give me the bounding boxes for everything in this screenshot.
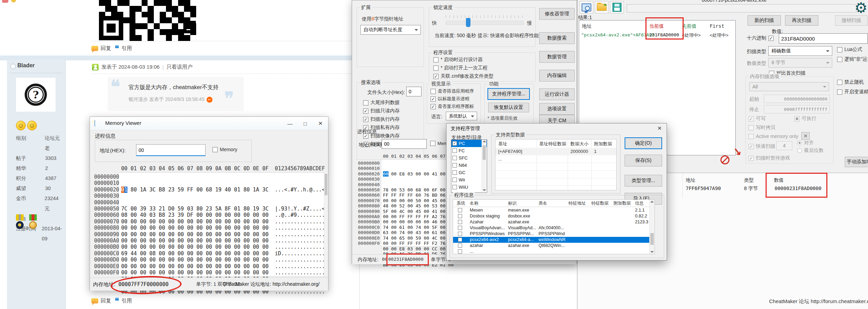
program-checkbox[interactable] [458, 208, 462, 212]
settings-checkbox[interactable]: 扫描执行内存 [361, 115, 400, 123]
settings-checkbox[interactable]: 关联.cmf修改器文件类型 [433, 72, 493, 80]
scan-option-checkbox[interactable]: 禁止随机 [837, 79, 864, 85]
settings-action-button[interactable]: 数据搜索 [539, 32, 575, 44]
speed-slider[interactable] [446, 21, 524, 25]
scan-type-select[interactable]: 精确数值 [768, 46, 832, 56]
dialog-titlebar[interactable]: 支持程序管理 ✕ [446, 123, 667, 133]
program-checkbox[interactable] [458, 238, 462, 242]
reply-button-bottom[interactable]: 回复 [91, 298, 111, 304]
next-scan-button[interactable]: 再次扫描 [785, 15, 818, 26]
active-memory-checkbox[interactable]: Active memory only [749, 134, 798, 139]
process-address-input[interactable]: 00 [382, 139, 427, 149]
settings-checkbox[interactable]: 以标题显示进程 [431, 95, 474, 103]
align-radio[interactable]: 对齐 [797, 140, 814, 146]
dialog-close-icon[interactable]: ✕ [657, 125, 662, 131]
stop-address-input[interactable]: 00007fffffffffff [764, 105, 830, 113]
restore-defaults-button[interactable]: 恢复默认设置 [488, 103, 529, 112]
close-button[interactable]: ✕ [313, 117, 328, 130]
manual-add-address-button[interactable]: 手动添加地址 [845, 157, 868, 167]
select-process-button[interactable] [579, 1, 593, 14]
programs-scrollbar[interactable] [649, 200, 654, 254]
value-type-select[interactable]: 8 字节 [768, 58, 832, 68]
save-file-button[interactable] [610, 1, 624, 14]
start-address-input[interactable]: 0000000000000000 [764, 95, 830, 103]
hex-checkbox[interactable]: 十六进制 [747, 35, 774, 41]
program-row[interactable]: pcsx2x64-avx2 pcsx2x64-a... wxWindowNR [453, 237, 650, 243]
pause-game-checkbox[interactable]: 扫描时暂停游戏 [749, 155, 790, 161]
settings-action-button[interactable]: 选项设置 [539, 103, 575, 115]
programs-group: 程序信息 系统 名称 标识 类名 特征地址 特征数据 附加数据 信息 Mesen… [450, 195, 664, 258]
type-data-table[interactable]: 基址 基址特征数据 数据大小 附加数据 [+AF67A90] 2000000 1… [495, 139, 617, 190]
settings-checkbox[interactable]: * 启动打开上一次工程 [433, 64, 493, 72]
new-scan-button[interactable]: 新的扫描 [748, 15, 781, 26]
result-row[interactable]: "pcsx2x64-avx2.exe"+AF67A90 231F8AD0000 … [579, 32, 735, 38]
support-program-manager-button[interactable]: 支持程序管理... [487, 88, 530, 100]
settings-checkbox[interactable]: 大尾排列数据 [361, 98, 400, 107]
types-scrollbar[interactable] [482, 140, 486, 192]
program-row[interactable]: ... [453, 249, 650, 254]
program-row[interactable]: Dosbox staging dosbox.exe 0.82.2 [453, 213, 650, 219]
writable-checkbox[interactable]: 可写 [749, 115, 766, 122]
username-link[interactable]: Blader [17, 62, 35, 69]
speed-slider-thumb[interactable] [466, 18, 470, 27]
scan-option-checkbox[interactable]: Lua公式 [837, 46, 862, 53]
online-status-icon [10, 64, 16, 69]
fast-scan-value-input[interactable]: 4 [776, 141, 792, 150]
settings-checkbox[interactable]: 是否显示程序图标 [431, 103, 474, 110]
dialog-action-button[interactable]: 类型管理... [625, 175, 662, 187]
scan-option-checkbox[interactable]: 逻辑"非"运算 [837, 56, 868, 62]
program-row[interactable]: VisualBoyAdvan... VisualBoyAd... Afx:004… [453, 225, 650, 231]
executable-checkbox[interactable]: 可执行 [794, 115, 816, 122]
memory-range-select[interactable]: All [749, 82, 829, 91]
open-file-button[interactable] [595, 1, 609, 14]
program-checkbox[interactable] [458, 243, 462, 248]
settings-action-button[interactable]: 修改器管理 [539, 8, 575, 20]
program-checkbox[interactable] [458, 226, 462, 230]
function-group: 功能 支持程序管理... 恢复默认设置 * 选项重启生效 [484, 84, 534, 124]
file-header-size-input[interactable]: 0 [406, 87, 422, 96]
fast-scan-checkbox[interactable]: 快速扫描 [749, 143, 775, 149]
program-row[interactable]: Mesen mesen.exe 2.1.1 [453, 207, 650, 213]
language-select[interactable]: 系统默认 [446, 112, 477, 120]
program-row[interactable]: Azahar azahar.exe 2123.3 [453, 219, 650, 225]
settings-checkbox[interactable]: 扫描只读内存 [361, 107, 400, 115]
program-checkbox[interactable] [458, 249, 462, 254]
program-checkbox[interactable] [458, 232, 462, 236]
settings-action-button[interactable]: 运行设计器 [539, 88, 575, 100]
add-to-table-arrow-icon[interactable]: ↘ [732, 145, 743, 158]
scan-option-checkbox[interactable]: 开启变速精灵 [837, 89, 868, 95]
only-author-link[interactable]: 只看该用户 [167, 64, 193, 70]
goto-quote-icon[interactable]: ↩ [207, 97, 212, 103]
profile-stat-row: 积分 4387 [16, 173, 65, 183]
programs-table[interactable]: 系统 名称 标识 类名 特征地址 特征数据 附加数据 信息 Mesen mese… [453, 199, 655, 254]
memory-checkbox[interactable]: Memory [212, 147, 237, 152]
settings-checkbox[interactable]: 是否筛选应用程序 [431, 87, 474, 95]
hex-scrollbar[interactable] [324, 172, 328, 276]
quote-button[interactable]: ❝ 引用 [115, 45, 132, 52]
avatar[interactable]: ? [16, 78, 56, 112]
memory-viewer-titlebar[interactable]: Memory Viewer — □ ✕ [90, 117, 328, 130]
no-entry-icon[interactable] [720, 155, 729, 164]
reply-button[interactable]: 回复 [91, 45, 111, 52]
settings-checkbox[interactable]: * 启动时运行设计器 [433, 55, 493, 64]
pointer-length-select[interactable]: 自动判断寻址长度 [360, 25, 421, 35]
maximize-button[interactable]: □ [298, 117, 313, 130]
program-checkbox[interactable] [458, 220, 462, 224]
settings-action-button[interactable]: 数据管理 [539, 51, 575, 63]
address-label: 地址(HEX): [100, 147, 126, 154]
program-row[interactable]: PPSSPPWindows PPSSPPWi... PPSSPPWnd [453, 231, 650, 237]
address-input[interactable]: 00 [136, 144, 206, 156]
settings-action-button[interactable]: 内存编辑 [539, 70, 575, 81]
dialog-action-button[interactable]: 保存(S) [625, 155, 662, 166]
type-data-row[interactable]: [+AF67A90] 2000000 1 [495, 148, 617, 155]
file-header-size-label: 文件头大小(Hex): [367, 89, 405, 96]
program-checkbox[interactable] [458, 214, 462, 218]
program-settings-checkboxes: * 启动时运行设计器 * 启动打开上一次工程 关联.cmf修改器文件类型 [433, 55, 493, 80]
program-row[interactable]: azahar azahar.exe Qt682QWin... [453, 243, 650, 249]
last-digits-radio[interactable]: 最后位数 [797, 147, 824, 154]
active-memory-clear-button[interactable]: ✕ [801, 132, 810, 140]
minimize-button[interactable]: — [282, 117, 298, 130]
save-floppy-icon [612, 3, 621, 12]
dialog-action-button[interactable]: 确定(O) [625, 137, 662, 149]
copy-on-write-checkbox[interactable]: 写时拷贝 [749, 125, 775, 131]
